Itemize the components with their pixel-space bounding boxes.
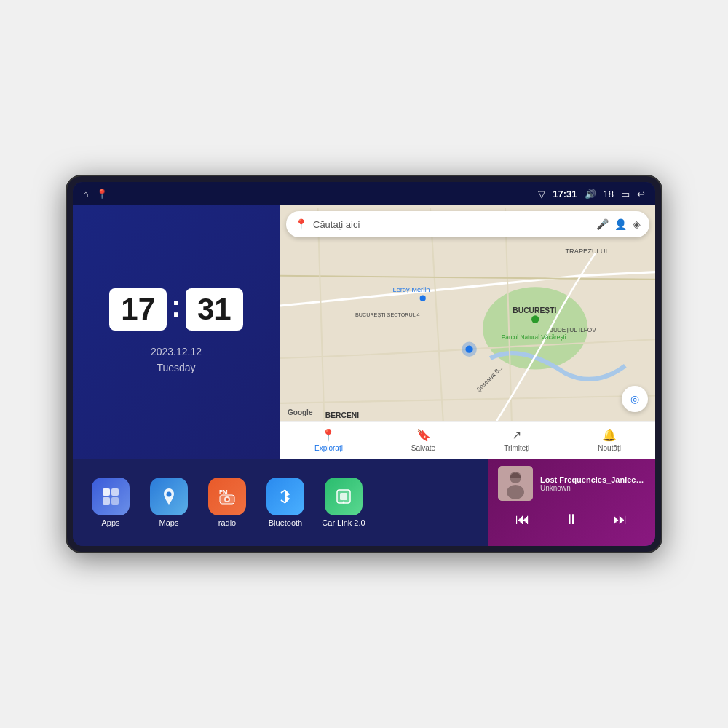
location-icon: ◎ — [630, 393, 639, 405]
svg-text:FM: FM — [219, 488, 228, 495]
music-artist: Unknown — [540, 484, 645, 492]
svg-point-29 — [507, 485, 524, 499]
svg-rect-17 — [103, 497, 110, 505]
app-item-radio[interactable]: FM radio — [201, 478, 253, 527]
saved-label: Salvate — [411, 444, 435, 452]
status-bar: ⌂ 📍 ▽ 17:31 🔊 18 ▭ ↩ — [73, 182, 655, 205]
svg-text:BUCUREȘTI SECTORUL 4: BUCUREȘTI SECTORUL 4 — [355, 312, 419, 318]
apps-label: Apps — [101, 518, 119, 527]
bluetooth-label: Bluetooth — [269, 518, 302, 527]
svg-rect-15 — [103, 488, 110, 496]
signal-icon: ▽ — [538, 189, 545, 199]
status-right: ▽ 17:31 🔊 18 ▭ ↩ — [538, 189, 645, 199]
carlink-icon — [325, 478, 363, 515]
map-nav-explore[interactable]: 📍 Explorați — [314, 428, 343, 452]
apps-icon — [92, 478, 130, 515]
svg-point-10 — [531, 315, 539, 323]
svg-text:Leroy Merlin: Leroy Merlin — [393, 286, 430, 293]
device-screen: ⌂ 📍 ▽ 17:31 🔊 18 ▭ ↩ 17 : — [73, 182, 655, 546]
status-time: 17:31 — [553, 189, 577, 199]
account-icon[interactable]: 👤 — [614, 218, 627, 230]
saved-icon: 🔖 — [416, 428, 431, 442]
back-icon[interactable]: ↩ — [637, 189, 645, 199]
svg-rect-16 — [111, 488, 119, 496]
svg-text:TRAPEZULUI: TRAPEZULUI — [565, 248, 607, 255]
top-section: 17 : 31 2023.12.12 Tuesday — [73, 205, 655, 459]
location-button[interactable]: ◎ — [622, 386, 648, 412]
map-panel[interactable]: BERCENI BUCUREȘTI JUDEȚUL ILFOV TRAPEZUL… — [280, 205, 655, 459]
svg-rect-18 — [111, 497, 119, 505]
play-pause-button[interactable]: ⏸ — [558, 508, 585, 531]
svg-text:BUCUREȘTI: BUCUREȘTI — [513, 306, 556, 314]
album-image — [498, 466, 533, 501]
bottom-section: Apps Maps — [73, 459, 655, 546]
battery-icon: ▭ — [621, 189, 630, 199]
layers-icon[interactable]: ◈ — [633, 218, 641, 230]
volume-icon[interactable]: 🔊 — [585, 189, 596, 199]
main-content: 17 : 31 2023.12.12 Tuesday — [73, 205, 655, 546]
map-nav-saved[interactable]: 🔖 Salvate — [411, 428, 435, 452]
app-item-apps[interactable]: Apps — [84, 478, 137, 527]
home-icon[interactable]: ⌂ — [83, 189, 89, 199]
next-button[interactable]: ⏭ — [607, 508, 633, 531]
clock-panel: 17 : 31 2023.12.12 Tuesday — [73, 205, 280, 459]
volume-level: 18 — [604, 189, 614, 199]
svg-rect-25 — [340, 493, 347, 500]
music-info-row: Lost Frequencies_Janieck Devy-... Unknow… — [498, 466, 645, 501]
map-nav-news[interactable]: 🔔 Noutăți — [598, 428, 621, 452]
news-icon: 🔔 — [602, 428, 617, 442]
music-panel: Lost Frequencies_Janieck Devy-... Unknow… — [488, 459, 655, 546]
explore-icon: 📍 — [321, 428, 336, 442]
map-nav-share[interactable]: ↗ Trimiteți — [504, 428, 529, 452]
share-label: Trimiteți — [504, 444, 529, 452]
map-bottom-bar: 📍 Explorați 🔖 Salvate ↗ Trimiteți 🔔 — [280, 421, 655, 459]
map-search-text[interactable]: Căutați aici — [313, 219, 590, 230]
svg-point-8 — [420, 296, 426, 301]
google-maps-logo-icon: 📍 — [295, 218, 307, 230]
map-search-bar[interactable]: 📍 Căutați aici 🎤 👤 ◈ — [286, 211, 649, 237]
google-logo: Google — [288, 408, 312, 416]
clock-date: 2023.12.12 Tuesday — [151, 344, 202, 376]
prev-button[interactable]: ⏮ — [510, 508, 536, 531]
radio-icon: FM — [208, 478, 246, 515]
clock-colon: : — [171, 289, 181, 324]
device: ⌂ 📍 ▽ 17:31 🔊 18 ▭ ↩ 17 : — [66, 175, 662, 553]
music-album-art — [498, 466, 533, 501]
svg-point-26 — [343, 502, 345, 504]
news-label: Noutăți — [598, 444, 621, 452]
music-title: Lost Frequencies_Janieck Devy-... — [540, 475, 645, 484]
maps-icon[interactable]: 📍 — [96, 189, 108, 199]
maps-label: Maps — [159, 518, 179, 527]
radio-label: radio — [218, 518, 236, 527]
music-controls: ⏮ ⏸ ⏭ — [498, 508, 645, 531]
apps-row: Apps Maps — [73, 459, 488, 546]
clock-hour: 17 — [109, 288, 167, 331]
svg-point-19 — [167, 492, 172, 497]
explore-label: Explorați — [314, 444, 343, 452]
clock-minute: 31 — [186, 288, 243, 331]
map-search-icons: 🎤 👤 ◈ — [596, 218, 641, 230]
share-icon: ↗ — [512, 428, 521, 442]
music-track-info: Lost Frequencies_Janieck Devy-... Unknow… — [540, 475, 645, 492]
maps-app-icon — [150, 478, 188, 515]
svg-text:BERCENI: BERCENI — [325, 411, 359, 419]
app-item-bluetooth[interactable]: Bluetooth — [259, 478, 312, 527]
status-left: ⌂ 📍 — [83, 189, 108, 199]
voice-search-icon[interactable]: 🎤 — [596, 218, 609, 230]
app-item-maps[interactable]: Maps — [143, 478, 195, 527]
svg-point-14 — [465, 346, 472, 353]
bluetooth-icon — [266, 478, 304, 515]
svg-text:Parcul Natural Văcărești: Parcul Natural Văcărești — [502, 334, 566, 341]
clock-display: 17 : 31 — [109, 288, 242, 331]
carlink-label: Car Link 2.0 — [322, 518, 365, 527]
svg-point-23 — [226, 498, 229, 501]
svg-text:JUDEȚUL ILFOV: JUDEȚUL ILFOV — [550, 327, 596, 333]
app-item-carlink[interactable]: Car Link 2.0 — [317, 478, 370, 527]
